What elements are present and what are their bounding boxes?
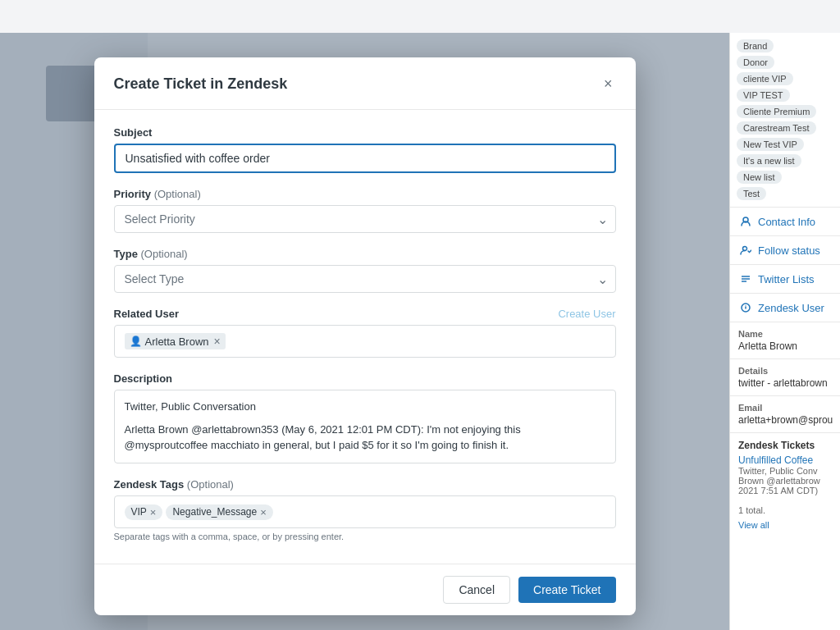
remove-negative-tag[interactable]: ×: [260, 506, 267, 518]
tag-vip-test[interactable]: VIP TEST: [737, 89, 790, 102]
right-sidebar: Brand Donor cliente VIP VIP TEST Cliente…: [729, 33, 840, 630]
type-label: Type (Optional): [114, 248, 616, 260]
contact-info-icon: [738, 214, 753, 229]
tag-test[interactable]: Test: [737, 187, 766, 200]
priority-select[interactable]: Select Priority Low Normal High Urgent: [114, 205, 616, 233]
ticket-meta-1: Twitter, Public Conv: [738, 466, 832, 476]
modal-close-button[interactable]: ×: [600, 72, 616, 96]
contact-info-section[interactable]: Contact Info: [730, 207, 840, 235]
related-user-input[interactable]: 👤 Arletta Brown ×: [114, 325, 616, 358]
modal-body: Subject Priority (Optional) Select Prior…: [94, 110, 636, 564]
follow-status-icon: [738, 243, 753, 258]
email-info: Email arletta+brown@sprou: [730, 395, 840, 432]
tag-new-list-1[interactable]: It's a new list: [737, 154, 801, 167]
related-user-row: Related User Create User: [114, 308, 616, 320]
tickets-total: 1 total.: [730, 502, 840, 518]
zendesk-user-icon: [738, 300, 753, 315]
ticket-meta-2: Brown @arlettabrow: [738, 476, 832, 486]
subject-label: Subject: [114, 126, 616, 139]
twitter-lists-label: Twitter Lists: [758, 273, 815, 285]
modal-overlay: Create Ticket in Zendesk × Subject Prior…: [0, 33, 729, 630]
details-label: Details: [738, 366, 832, 376]
tag-vip: VIP ×: [125, 504, 163, 520]
tag-cliente-vip[interactable]: cliente VIP: [737, 72, 793, 85]
zendesk-tags-input[interactable]: VIP × Negative_Message ×: [114, 495, 616, 528]
tag-new-test-vip[interactable]: New Test VIP: [737, 138, 804, 151]
related-user-tag: 👤 Arletta Brown ×: [125, 333, 226, 349]
zendesk-tags-group: Zendesk Tags (Optional) VIP × Negative_M…: [114, 478, 616, 541]
related-user-name: Arletta Brown: [145, 336, 209, 348]
tag-donor[interactable]: Donor: [737, 56, 774, 69]
description-label: Description: [114, 372, 616, 385]
details-info: Details twitter - arlettabrown: [730, 358, 840, 395]
modal-header: Create Ticket in Zendesk ×: [94, 57, 636, 110]
zendesk-tickets-section: Zendesk Tickets Unfulfilled Coffee Twitt…: [730, 432, 840, 502]
description-group: Description Twitter, Public Conversation…: [114, 372, 616, 463]
type-select-wrap: Select Type Question Incident Problem Ta…: [114, 265, 616, 293]
create-ticket-button[interactable]: Create Ticket: [518, 577, 615, 603]
view-all-link[interactable]: View all: [730, 518, 840, 532]
zendesk-tickets-label: Zendesk Tickets: [738, 440, 832, 451]
related-user-label: Related User: [114, 308, 179, 320]
tag-negative-message: Negative_Message ×: [166, 504, 272, 520]
tag-cliente-premium[interactable]: Cliente Premium: [737, 105, 816, 118]
follow-status-label: Follow status: [758, 244, 820, 257]
email-label: Email: [738, 403, 832, 413]
tag-brand[interactable]: Brand: [737, 39, 774, 52]
tag-carestream[interactable]: Carestream Test: [737, 121, 816, 135]
contact-info-label: Contact Info: [758, 216, 815, 228]
create-user-link[interactable]: Create User: [558, 308, 615, 320]
tags-section: Brand Donor cliente VIP VIP TEST Cliente…: [730, 33, 840, 207]
description-text: Twitter, Public Conversation Arletta Bro…: [114, 390, 616, 463]
zendesk-tags-label: Zendesk Tags (Optional): [114, 478, 616, 491]
priority-select-wrap: Select Priority Low Normal High Urgent ⌄: [114, 205, 616, 233]
email-value: arletta+brown@sprou: [738, 414, 832, 426]
priority-group: Priority (Optional) Select Priority Low …: [114, 188, 616, 233]
ticket-meta-3: 2021 7:51 AM CDT): [738, 486, 832, 495]
twitter-lists-section[interactable]: Twitter Lists: [730, 264, 840, 293]
details-value: twitter - arlettabrown: [738, 377, 832, 389]
subject-input[interactable]: [114, 144, 616, 173]
remove-user-tag[interactable]: ×: [214, 335, 221, 348]
remove-vip-tag[interactable]: ×: [150, 506, 157, 518]
type-select[interactable]: Select Type Question Incident Problem Ta…: [114, 265, 616, 293]
subject-group: Subject: [114, 126, 616, 173]
twitter-lists-icon: [738, 272, 753, 286]
zendesk-user-section[interactable]: Zendesk User: [730, 293, 840, 322]
svg-point-5: [746, 305, 746, 306]
tags-hint: Separate tags with a comma, space, or by…: [114, 532, 616, 541]
name-info: Name Arletta Brown: [730, 322, 840, 358]
cancel-button[interactable]: Cancel: [443, 576, 510, 604]
create-ticket-modal: Create Ticket in Zendesk × Subject Prior…: [94, 57, 636, 615]
name-value: Arletta Brown: [738, 340, 832, 352]
related-user-group: Related User Create User 👤 Arletta Brown…: [114, 308, 616, 358]
user-icon: 👤: [130, 336, 142, 347]
type-group: Type (Optional) Select Type Question Inc…: [114, 248, 616, 293]
modal-footer: Cancel Create Ticket: [94, 564, 636, 615]
name-label: Name: [738, 329, 832, 339]
zendesk-user-label: Zendesk User: [758, 302, 824, 314]
follow-status-section[interactable]: Follow status: [730, 235, 840, 264]
modal-title: Create Ticket in Zendesk: [114, 75, 288, 93]
ticket-title[interactable]: Unfulfilled Coffee: [738, 454, 832, 466]
priority-label: Priority (Optional): [114, 188, 616, 200]
tag-new-list-2[interactable]: New list: [737, 171, 782, 184]
